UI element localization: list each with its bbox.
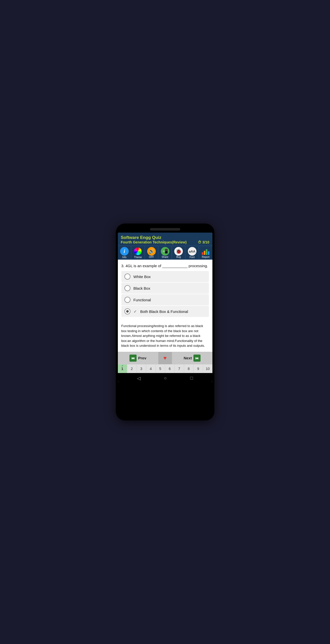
toolbar-info-label: Info: [122, 256, 126, 259]
radio-functional: [124, 297, 130, 303]
options-container: White Box Black Box Functional ✓ Both Bl…: [121, 271, 209, 317]
phone-frame: Software Engg Quiz Fourth Generation Tec…: [116, 224, 214, 420]
next-label: Next: [184, 356, 192, 360]
android-recent-button[interactable]: □: [190, 376, 193, 381]
page-num-6[interactable]: 6: [165, 364, 175, 373]
toolbar-item-sound[interactable]: 🔊 OFF: [145, 246, 159, 260]
toolbar-item-font[interactable]: aAA Font: [185, 246, 199, 260]
page-numbers: 12345678910: [118, 364, 212, 373]
toolbar-font-label: Font: [190, 256, 195, 259]
info-icon: i: [120, 247, 129, 256]
radio-black-box: [124, 285, 130, 291]
option-functional-label: Functional: [134, 298, 151, 302]
progress-badge: ⏱ 3/10: [198, 240, 209, 244]
question-area: 3. 4GL is an example of ____________ pro…: [118, 260, 212, 321]
page-num-9[interactable]: 9: [194, 364, 203, 373]
subtitle-text: Fourth Generation Techniques(Review): [121, 240, 187, 244]
next-arrow-icon: ⏭: [193, 355, 201, 362]
toolbar: i Info Theme 🔊 OFF 📲 Share 🐞: [118, 246, 212, 260]
progress-text: 3/10: [202, 240, 209, 244]
explanation-text: Functional processing/testing is also re…: [118, 321, 212, 352]
toolbar-report-label: Report: [202, 256, 209, 258]
page-num-2[interactable]: 2: [127, 364, 137, 373]
prev-button[interactable]: ⏮ Prev: [118, 352, 158, 364]
radio-white-box: [124, 274, 130, 280]
option-functional[interactable]: Functional: [121, 294, 209, 305]
app-subtitle: Fourth Generation Techniques(Review) ⏱ 3…: [121, 240, 209, 244]
toolbar-bug-label: Bug: [176, 256, 181, 258]
heart-icon: ♥: [163, 355, 167, 361]
page-num-3[interactable]: 3: [137, 364, 146, 373]
toolbar-theme-label: Theme: [134, 256, 142, 259]
prev-arrow-icon: ⏮: [129, 355, 137, 362]
option-white-box[interactable]: White Box: [121, 271, 209, 282]
page-num-8[interactable]: 8: [184, 364, 194, 373]
toolbar-item-report[interactable]: Report: [199, 246, 212, 260]
option-both-label: Both Black Box & Functional: [140, 309, 188, 314]
bug-icon: 🐞: [174, 247, 183, 256]
report-icon: [201, 247, 210, 256]
option-both[interactable]: ✓ Both Black Box & Functional: [121, 306, 209, 317]
page-num-7[interactable]: 7: [175, 364, 184, 373]
app-header: Software Engg Quiz Fourth Generation Tec…: [118, 233, 212, 246]
checkmark-icon: ✓: [134, 309, 137, 314]
progress-icon: ⏱: [198, 240, 201, 244]
android-back-button[interactable]: ◁: [137, 376, 141, 381]
question-body: 4GL is an example of ____________ proces…: [125, 264, 208, 268]
page-num-1[interactable]: 1: [118, 364, 127, 373]
next-button[interactable]: Next ⏭: [172, 352, 212, 364]
android-nav: ◁ ○ □: [118, 373, 212, 382]
toolbar-item-bug[interactable]: 🐞 Bug: [172, 246, 186, 260]
app-title: Software Engg Quiz: [121, 235, 209, 240]
page-num-10[interactable]: 10: [203, 364, 212, 373]
toolbar-item-info[interactable]: i Info: [118, 246, 131, 260]
prev-label: Prev: [138, 356, 146, 360]
font-icon: aAA: [188, 247, 196, 256]
share-icon: 📲: [161, 247, 169, 256]
theme-icon: [134, 247, 142, 256]
toolbar-sound-label: OFF: [149, 256, 154, 258]
option-black-box-label: Black Box: [134, 286, 150, 290]
page-num-5[interactable]: 5: [156, 364, 165, 373]
option-white-box-label: White Box: [134, 275, 151, 279]
toolbar-share-label: Share: [162, 256, 168, 258]
toolbar-item-share[interactable]: 📲 Share: [158, 246, 172, 260]
sound-icon: 🔊: [147, 247, 156, 256]
app-container: Software Engg Quiz Fourth Generation Tec…: [118, 233, 212, 382]
question-number: 3: [121, 264, 123, 268]
toolbar-item-theme[interactable]: Theme: [131, 246, 145, 260]
option-black-box[interactable]: Black Box: [121, 283, 209, 294]
page-num-4[interactable]: 4: [146, 364, 156, 373]
radio-both: [124, 308, 130, 314]
nav-bar: ⏮ Prev ♥ Next ⏭: [118, 352, 212, 364]
phone-notch: [150, 228, 180, 231]
question-text: 3. 4GL is an example of ____________ pro…: [121, 263, 209, 268]
heart-button[interactable]: ♥: [158, 352, 172, 364]
android-home-button[interactable]: ○: [164, 376, 167, 381]
